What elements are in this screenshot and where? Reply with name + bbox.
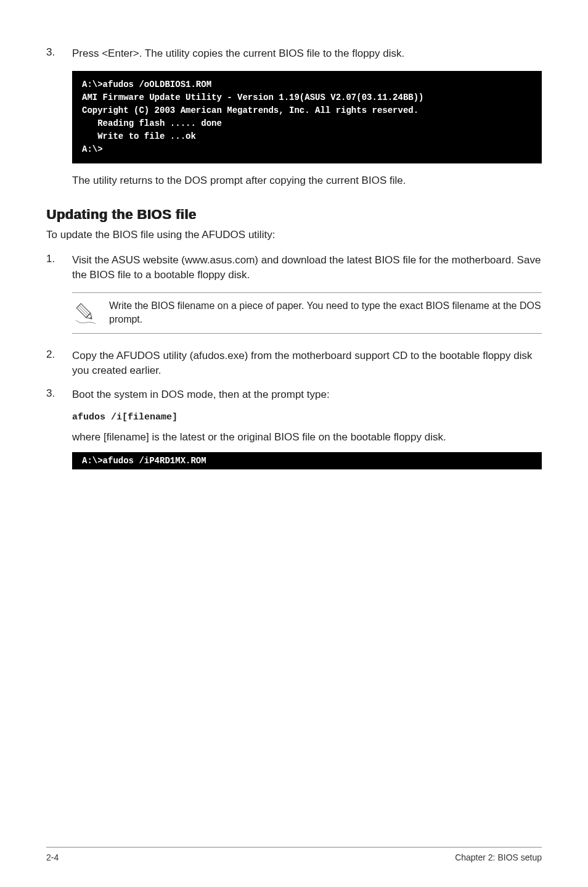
- terminal-output: A:\>afudos /oOLDBIOS1.ROM AMI Firmware U…: [72, 71, 542, 163]
- chapter-label: Chapter 2: BIOS setup: [455, 852, 542, 862]
- page-number: 2-4: [46, 852, 59, 862]
- paragraph: where [filename] is the latest or the or…: [72, 430, 542, 445]
- note-text: Write the BIOS filename on a piece of pa…: [109, 299, 542, 327]
- step-text: Visit the ASUS website (www.asus.com) an…: [72, 253, 542, 283]
- step-item: 3. Press <Enter>. The utility copies the…: [46, 46, 542, 61]
- step-text: Copy the AFUDOS utility (afudos.exe) fro…: [72, 349, 542, 378]
- note-callout: Write the BIOS filename on a piece of pa…: [72, 292, 542, 334]
- terminal-output: A:\>afudos /iP4RD1MX.ROM: [72, 452, 542, 469]
- svg-marker-3: [86, 313, 94, 321]
- section-heading: Updating the BIOS file: [46, 207, 542, 223]
- step-item: 2. Copy the AFUDOS utility (afudos.exe) …: [46, 349, 542, 378]
- section-intro: To update the BIOS file using the AFUDOS…: [46, 228, 542, 242]
- step-number: 2.: [46, 349, 72, 378]
- step-number: 3.: [46, 387, 72, 402]
- step-item: 3. Boot the system in DOS mode, then at …: [46, 387, 542, 402]
- pencil-icon: [72, 299, 109, 326]
- page-footer: 2-4 Chapter 2: BIOS setup: [46, 847, 542, 862]
- step-item: 1. Visit the ASUS website (www.asus.com)…: [46, 253, 542, 283]
- step-number: 1.: [46, 253, 72, 283]
- command-text: afudos /i[filename]: [72, 412, 542, 423]
- step-number: 3.: [46, 46, 72, 61]
- step-text: Press <Enter>. The utility copies the cu…: [72, 46, 542, 61]
- paragraph: The utility returns to the DOS prompt af…: [72, 173, 542, 188]
- step-text: Boot the system in DOS mode, then at the…: [72, 387, 542, 402]
